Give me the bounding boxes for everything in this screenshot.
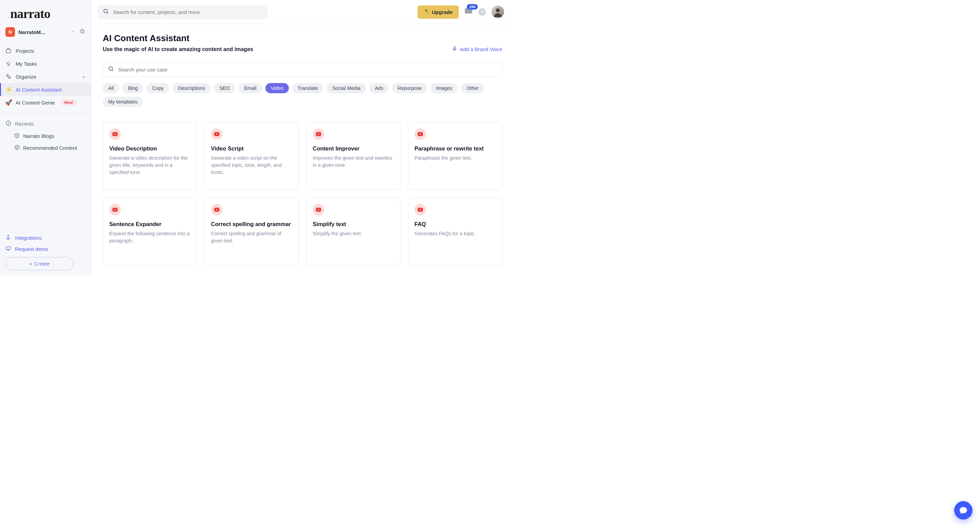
video-icon xyxy=(211,204,223,215)
video-icon xyxy=(109,128,121,140)
video-icon xyxy=(414,128,426,140)
sidebar-bottom: Integrations Request demo + Create xyxy=(0,231,91,276)
workspace-name: NarratoM... xyxy=(18,29,67,35)
rocket-icon: 🚀 xyxy=(5,99,11,105)
global-search[interactable] xyxy=(97,5,267,19)
card-title: Video Script xyxy=(211,145,292,152)
page-title: AI Content Assistant xyxy=(103,33,253,44)
card-title: Simplify text xyxy=(313,221,394,228)
request-demo-link[interactable]: Request demo xyxy=(5,246,86,252)
template-card[interactable]: Video DescriptionGenerate a video descri… xyxy=(103,122,197,190)
video-icon xyxy=(211,128,223,140)
template-card[interactable]: Simplify textSimplify the given text. xyxy=(306,197,401,266)
filter-chip-ads[interactable]: Ads xyxy=(369,83,388,93)
filter-chip-translate[interactable]: Translate xyxy=(292,83,324,93)
clock-icon xyxy=(5,120,11,127)
filter-chip-blog[interactable]: Blog xyxy=(123,83,143,93)
add-brand-voice-button[interactable]: Add a Brand Voice xyxy=(452,46,502,53)
check-icon xyxy=(5,61,11,67)
briefcase-icon xyxy=(5,48,11,54)
chevron-right-icon: ▶ xyxy=(83,75,86,79)
card-title: Content Improver xyxy=(313,145,394,152)
recents-item-label: Narrato Blogs xyxy=(23,133,54,139)
content: AI Content Assistant Use the magic of AI… xyxy=(91,24,514,276)
recents-header: Recents xyxy=(0,118,91,130)
logo[interactable]: narrato xyxy=(0,0,91,24)
video-icon xyxy=(109,204,121,215)
card-title: FAQ xyxy=(414,221,496,228)
template-card[interactable]: Video ScriptGenerate a video script on t… xyxy=(205,122,299,190)
sidebar-item-organize[interactable]: Organize▶ xyxy=(0,70,91,83)
bolt-icon: ⚡ xyxy=(5,86,11,92)
filter-chip-all[interactable]: All xyxy=(103,83,119,93)
usecase-search[interactable] xyxy=(103,62,502,77)
recents-item[interactable]: Recommended Content xyxy=(0,142,91,154)
card-title: Sentence Expander xyxy=(109,221,191,228)
filter-chip-my-templates[interactable]: My templates xyxy=(103,97,143,107)
sidebar-item-my-tasks[interactable]: My Tasks xyxy=(0,57,91,70)
filter-chip-video[interactable]: Video xyxy=(266,83,289,93)
svg-point-11 xyxy=(496,8,500,12)
mic-icon xyxy=(452,46,457,53)
template-card[interactable]: Paraphrase or rewrite textParaphrase the… xyxy=(408,122,502,190)
global-search-input[interactable] xyxy=(113,9,262,15)
chevron-down-icon xyxy=(70,30,75,35)
card-description: Paraphrase the given text. xyxy=(414,154,496,162)
template-card[interactable]: Correct spelling and grammarCorrect spel… xyxy=(205,197,299,266)
filter-chip-other[interactable]: Other xyxy=(461,83,484,93)
template-card[interactable]: Content ImproverImproves the given text … xyxy=(306,122,401,190)
notifications[interactable]: 194 xyxy=(464,7,473,17)
topbar: Upgrade 194 ? xyxy=(91,0,514,24)
recents-list: Narrato BlogsRecommended Content xyxy=(0,130,91,154)
recents-item[interactable]: Narrato Blogs xyxy=(0,130,91,142)
video-icon xyxy=(313,204,324,215)
filter-chip-descriptions[interactable]: Descriptions xyxy=(172,83,211,93)
cube-icon xyxy=(14,145,20,151)
workspace-switcher[interactable]: N NarratoM... xyxy=(0,24,91,40)
main-nav: ProjectsMy TasksOrganize▶⚡AI Content Ass… xyxy=(0,44,91,109)
filter-chips: AllBlogCopyDescriptionsSEOEmailVideoTran… xyxy=(103,83,502,107)
svg-point-2 xyxy=(9,77,11,79)
svg-rect-0 xyxy=(6,49,11,53)
upgrade-button[interactable]: Upgrade xyxy=(417,5,459,19)
card-title: Video Description xyxy=(109,145,191,152)
card-title: Paraphrase or rewrite text xyxy=(414,145,496,152)
sidebar-item-label: My Tasks xyxy=(16,61,37,67)
anchor-icon xyxy=(5,234,11,241)
card-description: Generates FAQs for a topic. xyxy=(414,230,496,237)
avatar[interactable] xyxy=(492,5,504,18)
page-header: AI Content Assistant Use the magic of AI… xyxy=(103,33,502,53)
card-title: Correct spelling and grammar xyxy=(211,221,292,228)
gear-icon[interactable] xyxy=(79,28,86,36)
create-button[interactable]: + Create xyxy=(5,257,73,270)
svg-rect-12 xyxy=(454,47,455,49)
sidebar-item-projects[interactable]: Projects xyxy=(0,44,91,57)
help-icon[interactable]: ? xyxy=(479,8,486,16)
video-icon xyxy=(313,128,324,140)
filter-chip-images[interactable]: Images xyxy=(430,83,458,93)
sidebar-item-label: AI Content Genie xyxy=(16,100,55,105)
svg-line-10 xyxy=(107,12,108,13)
filter-chip-seo[interactable]: SEO xyxy=(214,83,235,93)
card-description: Expand the following sentence into a par… xyxy=(109,230,191,244)
video-icon xyxy=(414,204,426,215)
sparkle-icon xyxy=(424,9,429,15)
usecase-search-input[interactable] xyxy=(118,67,497,73)
card-description: Generate a video description for the giv… xyxy=(109,154,191,176)
svg-rect-6 xyxy=(6,247,10,250)
svg-point-14 xyxy=(109,67,113,70)
template-card[interactable]: Sentence ExpanderExpand the following se… xyxy=(103,197,197,266)
sidebar-item-ai-content-genie[interactable]: 🚀AI Content GenieNew! xyxy=(0,96,91,109)
search-icon xyxy=(108,66,114,73)
template-card[interactable]: FAQGenerates FAQs for a topic. xyxy=(408,197,502,266)
filter-chip-copy[interactable]: Copy xyxy=(147,83,169,93)
cube-icon xyxy=(14,133,20,139)
svg-point-9 xyxy=(104,9,108,13)
sidebar-item-ai-content-assistant[interactable]: ⚡AI Content Assistant xyxy=(0,83,91,96)
svg-point-1 xyxy=(7,75,8,76)
filter-chip-email[interactable]: Email xyxy=(239,83,262,93)
filter-chip-repurpose[interactable]: Repurpose xyxy=(392,83,427,93)
filter-chip-social-media[interactable]: Social Media xyxy=(327,83,366,93)
card-description: Simplify the given text. xyxy=(313,230,394,237)
integrations-link[interactable]: Integrations xyxy=(5,234,86,241)
